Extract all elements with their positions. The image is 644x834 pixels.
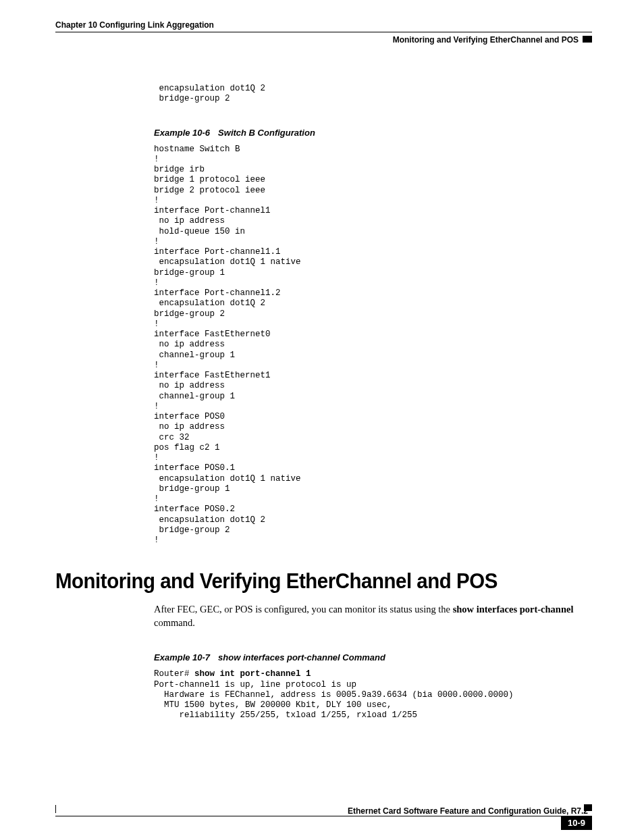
page-content: Chapter 10 Configuring Link Aggregation … bbox=[55, 20, 592, 721]
body-pre: After FEC, GEC, or POS is configured, yo… bbox=[154, 604, 453, 615]
example-10-6-title: Example 10-6Switch B Configuration bbox=[154, 128, 586, 138]
router-command: show int port-channel 1 bbox=[194, 669, 311, 679]
example-number: Example 10-6 bbox=[154, 128, 210, 138]
header-rule bbox=[55, 32, 592, 32]
chapter-title: Chapter 10 Configuring Link Aggregation bbox=[55, 20, 214, 30]
body-post: command. bbox=[154, 617, 195, 628]
page-number: 10-9 bbox=[568, 818, 585, 828]
code-block-10-7: Router# show int port-channel 1 Port-cha… bbox=[154, 669, 586, 721]
body-command: show interfaces port-channel bbox=[453, 604, 574, 615]
section-heading: Monitoring and Verifying EtherChannel an… bbox=[55, 569, 543, 594]
example-number: Example 10-7 bbox=[154, 652, 210, 662]
footer-guide-row: Ethernet Card Software Feature and Confi… bbox=[55, 806, 592, 816]
footer-marker-icon bbox=[584, 804, 592, 811]
code-block-intro: encapsulation dot1Q 2 bridge-group 2 bbox=[154, 84, 586, 105]
page-footer: Ethernet Card Software Feature and Confi… bbox=[55, 805, 592, 816]
router-prompt: Router# bbox=[154, 669, 194, 679]
code-block-10-6: hostname Switch B ! bridge irb bridge 1 … bbox=[154, 145, 586, 546]
left-tick-mark bbox=[55, 805, 56, 813]
example-name: show interfaces port-channel Command bbox=[218, 652, 385, 662]
footer-rule bbox=[55, 816, 592, 816]
header-marker-icon bbox=[583, 36, 592, 43]
example-name: Switch B Configuration bbox=[218, 128, 315, 138]
page-number-box: 10-9 bbox=[561, 816, 592, 830]
section-label-header: Monitoring and Verifying EtherChannel an… bbox=[393, 35, 579, 45]
main-content: encapsulation dot1Q 2 bridge-group 2 Exa… bbox=[154, 84, 586, 721]
example-10-7-title: Example 10-7show interfaces port-channel… bbox=[154, 652, 586, 662]
footer-guide-label: Ethernet Card Software Feature and Confi… bbox=[348, 806, 588, 816]
router-output: Port-channel1 is up, line protocol is up… bbox=[154, 680, 514, 721]
sub-header: Monitoring and Verifying EtherChannel an… bbox=[55, 35, 592, 50]
chapter-header: Chapter 10 Configuring Link Aggregation bbox=[55, 20, 592, 30]
body-paragraph: After FEC, GEC, or POS is configured, yo… bbox=[154, 603, 586, 629]
